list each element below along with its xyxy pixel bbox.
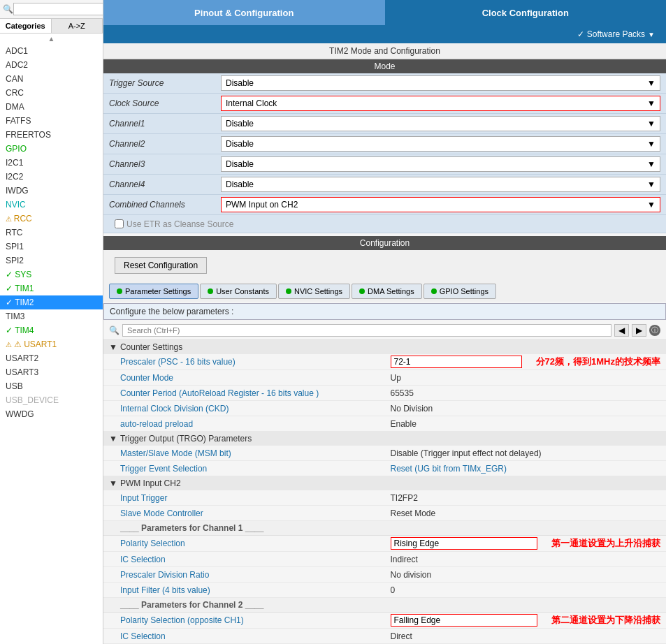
trigger-source-value: Disable (226, 78, 254, 88)
sidebar-item-spi2[interactable]: SPI2 (0, 254, 103, 268)
prescaler-div-label: Prescaler Division Ratio (120, 570, 391, 580)
chevron-down-icon: ▼ (647, 139, 656, 149)
trigger-source-control[interactable]: Disable ▼ (221, 75, 660, 91)
auto-reload-row: auto-reload preload Enable (103, 416, 666, 432)
falling-edge-annotation: 第二通道设置为下降沿捕获 (551, 614, 660, 627)
collapse-arrow: ▼ (109, 434, 117, 444)
tab-categories[interactable]: Categories (0, 19, 52, 33)
search-prev-button[interactable]: ◀ (614, 324, 629, 337)
polarity-value-area: Rising Edge 第一通道设置为上升沿捕获 (391, 537, 661, 550)
tab-nvic-settings[interactable]: NVIC Settings (278, 284, 350, 299)
combined-channels-control[interactable]: PWM Input on CH2 ▼ (221, 197, 660, 212)
sidebar-search-input[interactable] (13, 3, 103, 15)
tab-clock[interactable]: Clock Configuration (385, 0, 667, 25)
reset-configuration-button[interactable]: Reset Configuration (115, 257, 207, 274)
sidebar-item-can[interactable]: CAN (0, 72, 103, 86)
clock-source-label: Clock Source (109, 98, 221, 108)
tab-az[interactable]: A->Z (52, 19, 103, 33)
trigger-event-label: Trigger Event Selection (120, 464, 391, 474)
slave-mode-row: Slave Mode Controller Reset Mode (103, 506, 666, 521)
sidebar-item-tim4[interactable]: ✓ TIM4 (0, 323, 103, 337)
channel3-control[interactable]: Disable ▼ (221, 156, 660, 172)
tab-gpio-settings[interactable]: GPIO Settings (424, 284, 496, 299)
counter-mode-value: Up (391, 373, 661, 383)
channel1-label: Channel1 (109, 119, 221, 129)
sidebar-collapse-up[interactable]: ▲ (0, 34, 103, 44)
channel1-control[interactable]: Disable ▼ (221, 116, 660, 131)
chevron-down-icon: ▼ (648, 31, 655, 38)
search-next-button[interactable]: ▶ (632, 324, 646, 337)
msm-label: Master/Slave Mode (MSM bit) (120, 448, 391, 458)
polarity2-value: Falling Edge (391, 614, 538, 627)
counter-period-label: Counter Period (AutoReload Register - 16… (120, 388, 391, 398)
title-bar: TIM2 Mode and Configuration (103, 43, 666, 59)
channel4-control[interactable]: Disable ▼ (221, 177, 660, 192)
sidebar-item-sys[interactable]: ✓ SYS (0, 268, 103, 281)
chevron-down-icon: ▼ (647, 98, 656, 108)
counter-settings-group[interactable]: ▼ Counter Settings (103, 340, 666, 354)
sidebar-item-tim3[interactable]: TIM3 (0, 309, 103, 323)
trgo-group[interactable]: ▼ Trigger Output (TRGO) Parameters (103, 432, 666, 446)
tab-dot (431, 288, 437, 294)
msm-row: Master/Slave Mode (MSM bit) Disable (Tri… (103, 446, 666, 461)
sidebar-item-gpio[interactable]: GPIO (0, 142, 103, 156)
sidebar-item-usart1[interactable]: ⚠ USART1 (0, 337, 103, 351)
sidebar-item-i2c1[interactable]: I2C1 (0, 156, 103, 170)
sidebar-item-adc2[interactable]: ADC2 (0, 58, 103, 72)
sidebar-item-iwdg[interactable]: IWDG (0, 184, 103, 198)
combined-channels-value: PWM Input on CH2 (226, 200, 298, 210)
sidebar-item-tim1[interactable]: ✓ TIM1 (0, 281, 103, 295)
rising-edge-annotation: 第一通道设置为上升沿捕获 (551, 537, 660, 550)
clock-source-control[interactable]: Internal Clock ▼ (221, 96, 660, 111)
slave-mode-value: Reset Mode (391, 508, 661, 518)
header-tabs: Pinout & Configuration Clock Configurati… (103, 0, 666, 25)
search-icon: 🔍 (109, 325, 120, 335)
sidebar-item-usb-device[interactable]: USB_DEVICE (0, 393, 103, 407)
polarity2-value-area: Falling Edge 第二通道设置为下降沿捕获 (391, 614, 661, 627)
sidebar-item-usart2[interactable]: USART2 (0, 351, 103, 365)
sidebar-item-spi1[interactable]: SPI1 (0, 240, 103, 254)
trigger-source-row: Trigger Source Disable ▼ (103, 73, 666, 94)
sidebar-item-rcc[interactable]: RCC (0, 212, 103, 226)
sidebar-item-fatfs[interactable]: FATFS (0, 114, 103, 128)
pwm-input-group[interactable]: ▼ PWM Input CH2 (103, 476, 666, 490)
sidebar-item-usart3[interactable]: USART3 (0, 365, 103, 379)
software-packs-btn[interactable]: ✓ Software Packs ▼ (566, 25, 666, 43)
tab-pinout[interactable]: Pinout & Configuration (103, 0, 385, 25)
sidebar-item-usb[interactable]: USB (0, 379, 103, 393)
sidebar-item-crc[interactable]: CRC (0, 86, 103, 100)
sidebar-item-i2c2[interactable]: I2C2 (0, 170, 103, 184)
etr-checkbox[interactable] (115, 219, 124, 228)
tab-dot (286, 288, 291, 294)
sidebar-item-rtc[interactable]: RTC (0, 226, 103, 240)
input-filter-value: 0 (391, 585, 661, 595)
input-trigger-label: Input Trigger (120, 493, 391, 503)
channel4-row: Channel4 Disable ▼ (103, 175, 666, 195)
auto-reload-label: auto-reload preload (120, 419, 391, 429)
channel2-control[interactable]: Disable ▼ (221, 136, 660, 152)
tab-user-constants[interactable]: User Constants (200, 284, 277, 299)
sidebar-item-adc1[interactable]: ADC1 (0, 44, 103, 58)
sidebar-item-dma[interactable]: DMA (0, 100, 103, 114)
sidebar-item-tim2[interactable]: ✓ TIM2 (0, 295, 103, 309)
polarity-value: Rising Edge (391, 537, 538, 550)
tab-label: DMA Settings (368, 287, 414, 295)
info-icon[interactable]: ⓘ (649, 325, 660, 336)
ic2-selection-row: IC Selection Direct (103, 629, 666, 644)
sidebar-item-freertos[interactable]: FREERTOS (0, 128, 103, 142)
tab-parameter-settings[interactable]: Parameter Settings (109, 284, 198, 299)
sidebar-item-wwdg[interactable]: WWDG (0, 407, 103, 421)
polarity2-label: Polarity Selection (opposite CH1) (120, 615, 391, 625)
param-search-input[interactable] (122, 324, 611, 337)
ch2-params-header: ____ Parameters for Channel 2 ____ (103, 598, 666, 613)
internal-clock-div-value: No Division (391, 404, 661, 414)
chevron-down-icon: ▼ (647, 200, 656, 210)
ch1-params-header: ____ Parameters for Channel 1 ____ (103, 521, 666, 536)
config-instruction: Configure the below parameters : (103, 303, 666, 320)
page-title: TIM2 Mode and Configuration (329, 46, 440, 56)
configuration-section: Configuration Reset Configuration Parame… (103, 236, 666, 644)
sidebar-item-nvic[interactable]: NVIC (0, 198, 103, 212)
polarity-label: Polarity Selection (120, 539, 391, 548)
sidebar-nav: ADC1 ADC2 CAN CRC DMA FATFS FREERTOS GPI… (0, 44, 103, 644)
tab-dma-settings[interactable]: DMA Settings (352, 284, 422, 299)
